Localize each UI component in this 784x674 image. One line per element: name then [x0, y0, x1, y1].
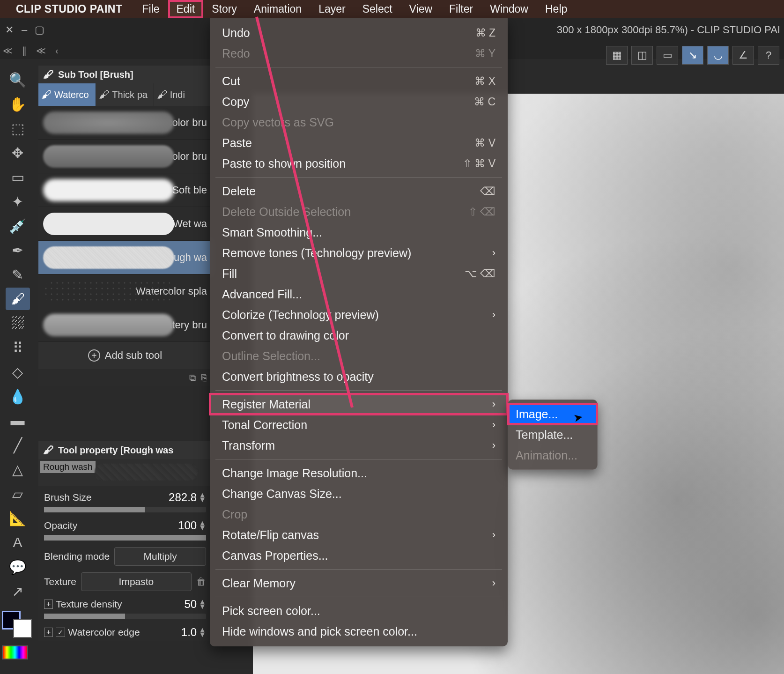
brush-item[interactable]: Watery bru: [38, 308, 212, 342]
help-icon[interactable]: ?: [758, 46, 779, 65]
duplicate-icon[interactable]: ⧉: [189, 372, 196, 383]
ruler-tool-icon[interactable]: 📐: [6, 507, 30, 529]
brush-item[interactable]: Wet wa: [38, 207, 212, 241]
menu-select[interactable]: Select: [354, 0, 401, 18]
add-sub-tool-button[interactable]: + Add sub tool: [38, 342, 212, 369]
submenu-item[interactable]: Image...: [508, 404, 597, 424]
stepper-icon[interactable]: ▲▼: [199, 600, 206, 609]
decoration-tool-icon[interactable]: ⠿: [6, 336, 30, 359]
tab-thickpaint[interactable]: 🖌Thick pa: [96, 83, 154, 106]
menu-item[interactable]: Paste to shown position⇧ ⌘ V: [210, 153, 508, 174]
menu-file[interactable]: File: [133, 0, 168, 18]
submenu-item[interactable]: Template...: [508, 424, 597, 445]
eraser-tool-icon[interactable]: ◇: [6, 361, 30, 383]
density-value[interactable]: 50: [184, 598, 197, 611]
menu-item[interactable]: Cut⌘ X: [210, 71, 508, 91]
magnifier-tool-icon[interactable]: 🔍: [6, 68, 30, 91]
opacity-value[interactable]: 100: [178, 519, 197, 532]
menu-item[interactable]: Canvas Properties...: [210, 545, 508, 566]
snap-frame-icon[interactable]: ▭: [657, 46, 678, 65]
nav-back-icon[interactable]: ≪: [3, 45, 13, 56]
expand-icon[interactable]: +: [44, 600, 53, 609]
brush-size-value[interactable]: 282.8: [169, 491, 197, 504]
blend-tool-icon[interactable]: 💧: [6, 385, 30, 407]
brush-item[interactable]: Round watercolor bru: [38, 106, 212, 140]
maximize-icon[interactable]: ▢: [34, 24, 45, 36]
gradient-tool-icon[interactable]: ╱: [6, 434, 30, 456]
marquee-tool-icon[interactable]: ▭: [6, 166, 30, 188]
menu-item[interactable]: Tonal Correction›: [210, 415, 508, 435]
background-color-swatch[interactable]: [13, 619, 32, 638]
hand-tool-icon[interactable]: ✋: [6, 93, 30, 115]
opacity-slider[interactable]: [44, 535, 206, 541]
snap-grid-icon[interactable]: ▦: [606, 46, 628, 65]
pen-tool-icon[interactable]: ✒: [6, 239, 30, 261]
menu-item[interactable]: Smart Smoothing...: [210, 222, 508, 243]
tab-india[interactable]: 🖌Indi: [154, 83, 212, 106]
menu-item[interactable]: Paste⌘ V: [210, 133, 508, 153]
ruler-axis-icon[interactable]: ↘: [682, 46, 703, 65]
menu-item[interactable]: Copy⌘ C: [210, 91, 508, 112]
menu-window[interactable]: Window: [481, 0, 537, 18]
copy-icon[interactable]: ⎘: [201, 372, 207, 383]
menu-item[interactable]: Convert brightness to opacity: [210, 366, 508, 387]
brush-item-selected[interactable]: Rough wa: [38, 241, 212, 274]
expand-icon[interactable]: +: [44, 628, 53, 637]
menu-item[interactable]: Rotate/Flip canvas›: [210, 525, 508, 545]
nav-pause-icon[interactable]: ∥: [22, 45, 27, 56]
ruler-curve-icon[interactable]: ◡: [707, 46, 729, 65]
brush-item[interactable]: Soft ble: [38, 173, 212, 207]
frame-tool-icon[interactable]: ▱: [6, 482, 30, 505]
tab-watercolor[interactable]: 🖌Waterco: [38, 83, 96, 106]
wand-tool-icon[interactable]: ✦: [6, 190, 30, 213]
menu-filter[interactable]: Filter: [441, 0, 481, 18]
nav-prev-icon[interactable]: ‹: [55, 45, 59, 56]
menu-item[interactable]: Undo⌘ Z: [210, 22, 508, 43]
menu-help[interactable]: Help: [537, 0, 576, 18]
delete-icon[interactable]: 🗑: [196, 576, 206, 587]
menu-item[interactable]: Fill⌥ ⌫: [210, 263, 508, 284]
snap-perspective-icon[interactable]: ◫: [631, 46, 653, 65]
figure-tool-icon[interactable]: △: [6, 458, 30, 481]
menu-animation[interactable]: Animation: [245, 0, 310, 18]
stepper-icon[interactable]: ▲▼: [199, 493, 206, 502]
text-tool-icon[interactable]: A: [6, 531, 30, 554]
color-spectrum-bar[interactable]: [2, 645, 28, 659]
eyedropper-tool-icon[interactable]: 💉: [6, 215, 30, 237]
stepper-icon[interactable]: ▲▼: [199, 628, 206, 637]
texture-select[interactable]: Impasto: [81, 572, 192, 591]
menu-item[interactable]: Hide windows and pick screen color...: [210, 621, 508, 642]
density-slider[interactable]: [44, 614, 206, 619]
brush-size-slider[interactable]: [44, 507, 206, 512]
menu-item[interactable]: Change Image Resolution...: [210, 463, 508, 483]
fill-tool-icon[interactable]: ▬: [6, 409, 30, 432]
menu-item[interactable]: Clear Memory›: [210, 573, 508, 593]
edge-value[interactable]: 1.0: [181, 626, 197, 639]
menu-item[interactable]: Pick screen color...: [210, 600, 508, 621]
ruler-angle-icon[interactable]: ∠: [732, 46, 754, 65]
correct-tool-icon[interactable]: ↗: [6, 580, 30, 602]
pencil-tool-icon[interactable]: ✎: [6, 263, 30, 286]
menu-view[interactable]: View: [401, 0, 441, 18]
brush-item[interactable]: Flat watercolor bru: [38, 140, 212, 173]
minimize-icon[interactable]: –: [19, 24, 30, 36]
menu-item[interactable]: Register Material›: [210, 394, 508, 415]
menu-item[interactable]: Change Canvas Size...: [210, 483, 508, 504]
edge-checkbox[interactable]: ✓: [56, 628, 65, 637]
object-tool-icon[interactable]: ⬚: [6, 117, 30, 140]
move-tool-icon[interactable]: ✥: [6, 141, 30, 164]
close-icon[interactable]: ✕: [4, 24, 15, 36]
menu-layer[interactable]: Layer: [310, 0, 354, 18]
blend-mode-select[interactable]: Multiply: [114, 547, 206, 566]
menu-item[interactable]: Colorize (Technology preview)›: [210, 304, 508, 325]
menu-story[interactable]: Story: [203, 0, 245, 18]
menu-edit[interactable]: Edit: [168, 0, 204, 18]
airbrush-tool-icon[interactable]: ⛆: [6, 312, 30, 334]
balloon-tool-icon[interactable]: 💬: [6, 555, 30, 578]
menu-item[interactable]: Remove tones (Technology preview)›: [210, 243, 508, 263]
stepper-icon[interactable]: ▲▼: [199, 521, 206, 530]
menu-item[interactable]: Advanced Fill...: [210, 284, 508, 304]
brush-tool-icon[interactable]: 🖌: [6, 288, 30, 310]
menu-item[interactable]: Transform›: [210, 435, 508, 456]
brush-item[interactable]: Watercolor spla: [38, 274, 212, 308]
